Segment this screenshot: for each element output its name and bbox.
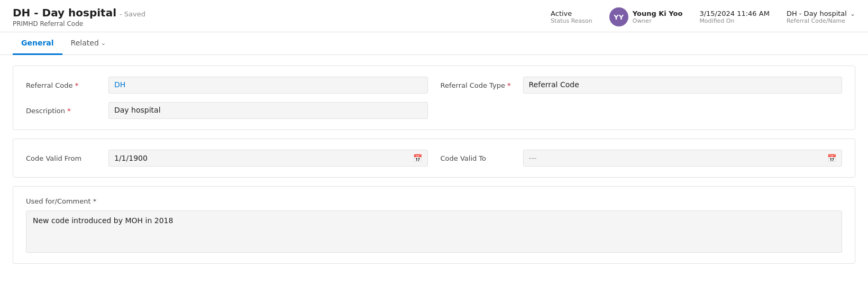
modified-meta: 3/15/2024 11:46 AM Modified On xyxy=(699,10,770,24)
referral-code-label: Referral Code * xyxy=(26,81,100,89)
row-description: Description * Day hospital xyxy=(26,102,842,119)
comment-label: Used for/Comment * xyxy=(26,197,842,205)
saved-badge: - Saved xyxy=(120,10,145,18)
tab-related[interactable]: Related ⌄ xyxy=(62,32,114,55)
referral-code-type-value[interactable]: Referral Code xyxy=(523,77,843,94)
referral-code-name-value: DH - Day hospital xyxy=(787,10,847,17)
calendar-icon-to[interactable]: 📅 xyxy=(827,154,836,162)
comment-value[interactable]: New code introduced by MOH in 2018 xyxy=(26,210,842,253)
modified-label: Modified On xyxy=(699,17,734,24)
row-valid-dates: Code Valid From 1/1/1900 📅 Code Valid To… xyxy=(26,150,842,167)
code-valid-to-value[interactable]: --- 📅 xyxy=(523,150,843,167)
record-title: DH - Day hospital xyxy=(13,6,116,19)
field-referral-code: Referral Code * DH xyxy=(26,77,428,94)
field-code-valid-to: Code Valid To --- 📅 xyxy=(441,150,843,167)
avatar: YY xyxy=(609,7,628,26)
referral-code-value[interactable]: DH xyxy=(108,77,428,94)
header-title: DH - Day hospital - Saved xyxy=(13,6,145,19)
calendar-icon-from[interactable]: 📅 xyxy=(413,154,422,162)
chevron-down-icon[interactable]: ⌄ xyxy=(850,10,855,17)
field-description: Description * Day hospital xyxy=(26,102,428,119)
owner-info: Young Ki Yoo Owner xyxy=(633,10,683,24)
code-valid-from-label: Code Valid From xyxy=(26,154,100,162)
referral-code-type-label: Referral Code Type * xyxy=(441,81,515,89)
referral-code-name-label: Referral Code/Name xyxy=(787,17,845,24)
referral-code-name-meta: DH - Day hospital ⌄ Referral Code/Name xyxy=(787,10,855,24)
code-valid-from-value[interactable]: 1/1/1900 📅 xyxy=(108,150,428,167)
code-valid-to-label: Code Valid To xyxy=(441,154,515,162)
comment-section: Used for/Comment * New code introduced b… xyxy=(13,186,855,264)
status-label: Status Reason xyxy=(551,17,592,24)
status-meta: Active Status Reason xyxy=(551,10,592,24)
required-star-type: * xyxy=(507,81,511,89)
tab-general[interactable]: General xyxy=(13,32,62,55)
validity-section: Code Valid From 1/1/1900 📅 Code Valid To… xyxy=(13,139,855,178)
tabs-bar: General Related ⌄ xyxy=(0,32,868,55)
field-code-valid-from: Code Valid From 1/1/1900 📅 xyxy=(26,150,428,167)
referral-code-name-group: DH - Day hospital ⌄ xyxy=(787,10,855,17)
header-left: DH - Day hospital - Saved PRIMHD Referra… xyxy=(13,6,145,27)
comment-label-text: Used for/Comment * xyxy=(26,197,96,205)
basic-info-section: Referral Code * DH Referral Code Type * … xyxy=(13,66,855,130)
row-referral-code: Referral Code * DH Referral Code Type * … xyxy=(26,77,842,94)
description-value[interactable]: Day hospital xyxy=(108,102,428,119)
required-star: * xyxy=(75,81,79,89)
owner-group: YY Young Ki Yoo Owner xyxy=(609,7,683,26)
field-referral-code-type: Referral Code Type * Referral Code xyxy=(441,77,843,94)
status-value: Active xyxy=(551,10,572,17)
page-wrapper: DH - Day hospital - Saved PRIMHD Referra… xyxy=(0,0,868,285)
owner-name: Young Ki Yoo xyxy=(633,10,683,17)
record-subtitle: PRIMHD Referral Code xyxy=(13,20,145,27)
tab-related-chevron-icon: ⌄ xyxy=(101,40,106,47)
owner-role: Owner xyxy=(633,17,683,24)
header: DH - Day hospital - Saved PRIMHD Referra… xyxy=(0,0,868,32)
modified-date-value: 3/15/2024 11:46 AM xyxy=(699,10,770,17)
description-label: Description * xyxy=(26,107,100,115)
header-right: Active Status Reason YY Young Ki Yoo Own… xyxy=(551,7,855,26)
tab-related-label: Related xyxy=(71,39,99,47)
required-star-desc: * xyxy=(67,107,71,115)
content-area: Referral Code * DH Referral Code Type * … xyxy=(0,55,868,274)
